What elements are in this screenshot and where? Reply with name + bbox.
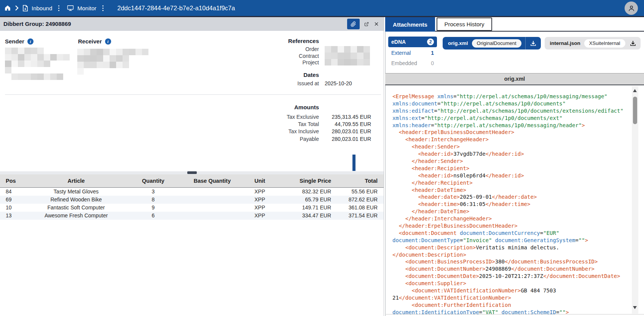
table-cell: 6 <box>126 212 181 220</box>
xml-code-line: <header:id>ns0lep6rd4</header:id> <box>392 172 644 179</box>
table-body: 84Tasty Metal Gloves3XPP832.32 EUR55.56 … <box>0 188 384 220</box>
amount-row: Tax Total44,709.55 EUR <box>213 121 371 128</box>
xml-code-line: <header:time>06:31:05</header:time> <box>392 201 644 208</box>
table-cell: Awesome Fresh Computer <box>27 212 126 220</box>
attachment-source-list: eDNA2External1Embedded0 <box>388 37 437 69</box>
tab-attachments[interactable]: Attachments <box>385 17 435 32</box>
section-divider <box>5 94 381 95</box>
download-icon[interactable] <box>629 40 637 47</box>
dates-heading: Dates <box>266 72 319 78</box>
xml-viewer: <ErpelMessage xmlns="http://erpel.at/sch… <box>385 85 644 314</box>
file-chip-orig.xml[interactable]: orig.xmlOriginalDocument <box>443 37 541 49</box>
home-icon[interactable] <box>4 5 11 11</box>
xml-code-line: </header:Recipient> <box>392 179 644 187</box>
breadcrumb-monitor[interactable]: Monitor <box>77 5 96 11</box>
xml-code-line: <document:VATIdentificationNumber>GB 484… <box>392 287 644 294</box>
attachments-panel: Attachments Process History eDNA2Externa… <box>385 17 644 316</box>
close-icon[interactable] <box>372 19 381 29</box>
breadcrumb: Inbound Monitor 2ddc1447-2844-4e72-b7e2-… <box>0 5 235 12</box>
more-options-icon[interactable] <box>102 8 104 9</box>
amount-value: 44,709.55 EUR <box>319 121 371 128</box>
table-header-row: PosArticleQuantityBase QuantityUnitSingl… <box>0 174 384 188</box>
tab-process-history[interactable]: Process History <box>437 18 492 31</box>
inbound-document-icon <box>22 5 28 11</box>
xml-code-line: document:DocumentType="Invoice" document… <box>392 237 644 244</box>
sender-label: Sender i <box>5 38 33 45</box>
column-header: Total <box>334 174 381 187</box>
xml-code-line: document:IdentificationType="VAT" docume… <box>392 309 644 314</box>
table-row[interactable]: 10Fantastic Soft Computer9XPP149.71 EUR3… <box>0 204 384 212</box>
table-row[interactable]: 13Awesome Fresh Computer6XPP334.47 EUR37… <box>0 212 384 220</box>
file-chip-internal.json[interactable]: internal.jsonXSuiteInternal <box>545 37 641 49</box>
sender-redacted-content <box>5 48 70 80</box>
xml-code-line: <document:DocumentNumber>24908869</docum… <box>392 265 644 273</box>
source-label: eDNA <box>391 39 406 45</box>
table-row[interactable]: 69Refined Wooden Bike8XPP65.79 EUR872.62… <box>0 196 384 204</box>
xml-code-line: <document:BusinessProcessID>380</documen… <box>392 258 644 265</box>
xml-code-line: xmlns:header="http://erpel.at/schemas/1p… <box>392 122 644 129</box>
scrollbar-thumb[interactable] <box>352 155 355 171</box>
table-cell: 9 <box>126 204 181 212</box>
source-count-badge: 1 <box>431 50 434 56</box>
table-cell: 10 <box>0 204 27 212</box>
xml-code-line: </header:Sender> <box>392 158 644 165</box>
attachment-file-list: orig.xmlOriginalDocument internal.jsonXS… <box>443 37 641 49</box>
xml-code-line: </header:ErpelBusinessDocumentHeader> <box>392 222 644 230</box>
xml-code-line: xmlns:document="http://erpel.at/schemas/… <box>392 100 644 107</box>
source-label: Embedded <box>391 60 417 66</box>
table-cell <box>181 212 244 220</box>
breadcrumb-inbound[interactable]: Inbound <box>32 5 52 11</box>
splitter-grip[interactable] <box>187 171 197 174</box>
attachments-toggle-button[interactable] <box>347 19 360 29</box>
references-labels: OrderContractProject <box>244 46 319 66</box>
table-cell <box>181 204 244 212</box>
table-cell: XPP <box>244 204 276 212</box>
table-cell: 3 <box>126 188 181 196</box>
chip-divider <box>525 37 526 49</box>
viewer-title: orig.xml <box>385 73 644 85</box>
table-cell: Fantastic Soft Computer <box>27 204 126 212</box>
amount-row: Tax Exclusive235,313.45 EUR <box>213 113 371 121</box>
source-item-external[interactable]: External1 <box>388 48 437 57</box>
receiver-redacted-content <box>77 49 148 75</box>
xml-scrollbar[interactable] <box>632 86 638 314</box>
scroll-up-icon[interactable] <box>633 89 637 92</box>
xml-code-line: </header:InterchangeHeader> <box>392 215 644 222</box>
amount-row: Tax Inclusive280,023.01 EUR <box>213 128 371 135</box>
amount-label: Tax Inclusive <box>213 128 319 135</box>
document-title: Dibbert Group: 24908869 <box>3 17 71 31</box>
table-cell: 65.79 EUR <box>276 196 334 204</box>
table-row[interactable]: 84Tasty Metal Gloves3XPP832.32 EUR55.56 … <box>0 188 384 196</box>
reference-label: Project <box>244 59 319 66</box>
column-header: Quantity <box>126 174 181 187</box>
source-item-edna[interactable]: eDNA2 <box>388 37 437 47</box>
open-external-icon[interactable] <box>362 19 371 29</box>
source-item-embedded[interactable]: Embedded0 <box>388 59 437 68</box>
receiver-info-icon[interactable]: i <box>105 38 111 45</box>
scroll-down-icon[interactable] <box>633 306 637 309</box>
issued-at-value: 2025-10-20 <box>325 80 352 86</box>
table-cell: 832.32 EUR <box>276 188 334 196</box>
table-cell: XPP <box>244 196 276 204</box>
table-cell: 69 <box>0 196 27 204</box>
table-cell: Tasty Metal Gloves <box>27 188 126 196</box>
references-heading: References <box>266 38 319 44</box>
user-avatar[interactable] <box>625 2 638 15</box>
sender-info-icon[interactable]: i <box>27 38 33 45</box>
line-items-table: PosArticleQuantityBase QuantityUnitSingl… <box>0 174 384 220</box>
table-cell: 84 <box>0 188 27 196</box>
table-cell: Refined Wooden Bike <box>27 196 126 204</box>
source-label: External <box>391 50 411 56</box>
more-options-icon[interactable] <box>58 8 59 9</box>
amount-label: Tax Exclusive <box>213 113 319 121</box>
xml-scrollbar-thumb[interactable] <box>633 97 637 124</box>
source-count-badge: 0 <box>431 60 434 66</box>
top-navbar: Inbound Monitor 2ddc1447-2844-4e72-b7e2-… <box>0 0 644 17</box>
table-cell: 361.08 EUR <box>334 204 381 212</box>
download-icon[interactable] <box>529 40 537 47</box>
file-type-badge: OriginalDocument <box>472 39 521 48</box>
table-cell <box>181 188 244 196</box>
receiver-label: Receiver i <box>78 38 111 45</box>
file-name: internal.json <box>550 40 580 46</box>
monitor-icon <box>67 5 74 11</box>
